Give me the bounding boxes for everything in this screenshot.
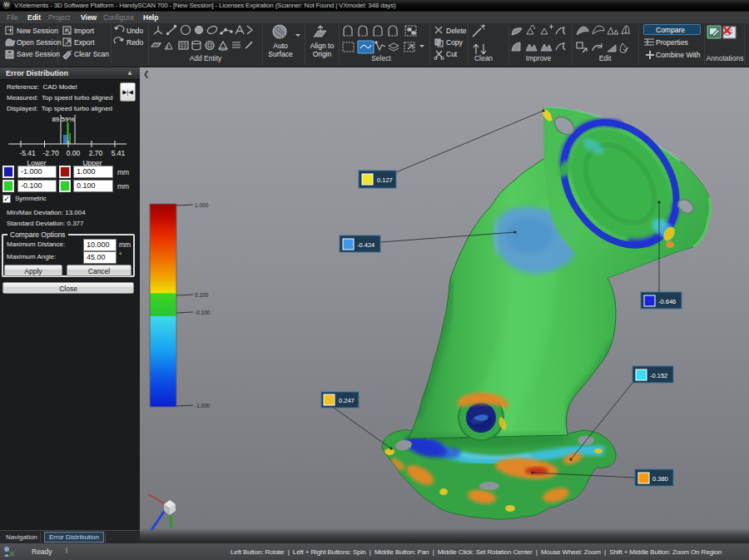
svg-text:0.100: 0.100: [195, 292, 209, 298]
svg-text:0.247: 0.247: [339, 397, 355, 404]
svg-text:❮: ❮: [143, 70, 150, 79]
svg-text:-1.000: -1.000: [195, 403, 211, 409]
svg-text:-2.70: -2.70: [42, 149, 59, 157]
svg-text:89.59%: 89.59%: [52, 116, 74, 123]
svg-text:-0.152: -0.152: [650, 372, 667, 379]
svg-text:0.127: 0.127: [377, 176, 393, 184]
svg-text:1.000: 1.000: [195, 202, 209, 208]
svg-text:5.41: 5.41: [112, 149, 126, 157]
svg-text:-5.41: -5.41: [19, 149, 36, 157]
svg-text:2.70: 2.70: [89, 149, 103, 157]
svg-text:-0.100: -0.100: [195, 310, 211, 315]
svg-text:-0.646: -0.646: [658, 298, 676, 305]
svg-text:-0.424: -0.424: [357, 241, 374, 249]
svg-text:0.00: 0.00: [67, 149, 81, 157]
svg-text:0.380: 0.380: [652, 475, 668, 483]
